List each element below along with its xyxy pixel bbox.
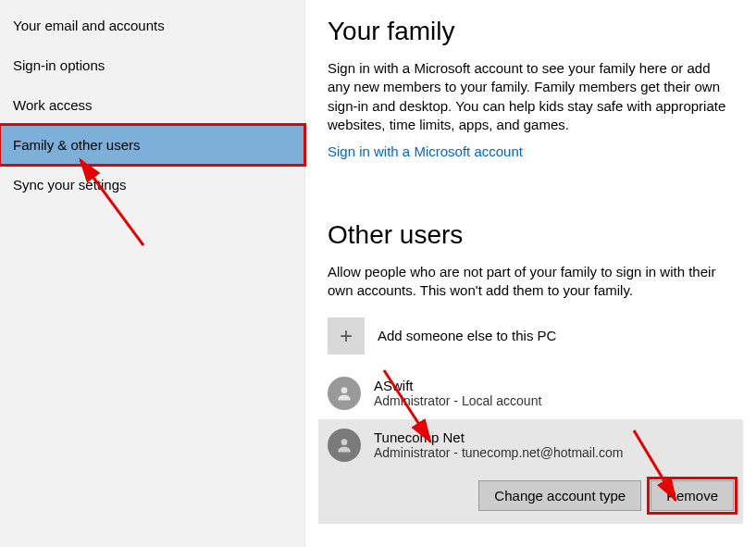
user-avatar-icon — [328, 429, 361, 462]
other-users-title: Other users — [328, 220, 734, 250]
sidebar: Your email and accounts Sign-in options … — [0, 0, 305, 547]
add-someone-button[interactable]: + Add someone else to this PC — [328, 317, 734, 354]
svg-point-1 — [341, 439, 348, 445]
sidebar-item-email-accounts[interactable]: Your email and accounts — [0, 6, 304, 45]
signin-link[interactable]: Sign in with a Microsoft account — [328, 143, 523, 159]
family-title: Your family — [328, 17, 734, 46]
other-users-desc: Allow people who are not part of your fa… — [328, 263, 734, 301]
user-name: ASwift — [374, 378, 541, 393]
user-avatar-icon — [328, 377, 361, 410]
user-row-aswift[interactable]: ASwift Administrator - Local account — [328, 367, 734, 419]
add-someone-label: Add someone else to this PC — [378, 328, 556, 343]
user-actions: Change account type Remove — [318, 467, 743, 524]
user-row-tunecomp[interactable]: Tunecomp Net Administrator - tunecomp.ne… — [318, 419, 743, 471]
plus-icon: + — [328, 317, 365, 354]
main-content: Your family Sign in with a Microsoft acc… — [305, 0, 756, 547]
user-name: Tunecomp Net — [374, 429, 623, 445]
sidebar-item-work-access[interactable]: Work access — [0, 85, 304, 125]
sidebar-item-signin-options[interactable]: Sign-in options — [0, 45, 304, 85]
change-account-type-button[interactable]: Change account type — [478, 480, 641, 511]
remove-button[interactable]: Remove — [651, 480, 734, 511]
user-sub: Administrator - Local account — [374, 393, 541, 408]
family-desc: Sign in with a Microsoft account to see … — [328, 59, 734, 134]
svg-point-0 — [341, 387, 348, 393]
sidebar-item-sync-settings[interactable]: Sync your settings — [0, 165, 304, 205]
user-sub: Administrator - tunecomp.net@hotmail.com — [374, 445, 623, 460]
sidebar-item-family-other-users[interactable]: Family & other users — [0, 125, 304, 165]
